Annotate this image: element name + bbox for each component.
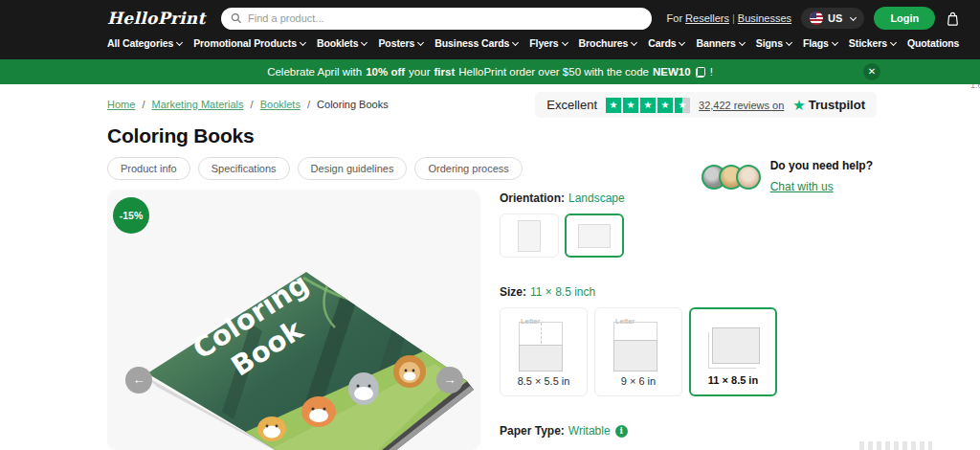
size-shape: [712, 327, 760, 364]
chevron-down-icon: [631, 38, 637, 45]
size-diagram: Letter: [516, 318, 571, 371]
tab-design-guidelines[interactable]: Design guidelines: [298, 157, 408, 180]
breadcrumb-booklets[interactable]: Booklets: [260, 99, 301, 110]
breadcrumb-separator: /: [142, 99, 145, 110]
nav-business-cards[interactable]: Business Cards: [434, 37, 518, 49]
breadcrumb-marketing-materials[interactable]: Marketing Materials: [152, 99, 244, 110]
nav-flyers[interactable]: Flyers: [529, 37, 567, 49]
promo-text-mid2: HelloPrint order over $50 with the code: [458, 66, 649, 78]
chevron-down-icon: [176, 38, 183, 45]
chevron-down-icon: [512, 38, 519, 45]
chevron-down-icon: [739, 38, 746, 45]
audience-links: For Resellers|Businesses: [667, 12, 792, 24]
star-icon: ★: [657, 98, 673, 113]
size-diagram: Letter: [611, 318, 666, 371]
avatar: [736, 165, 761, 190]
promo-first: first: [434, 66, 455, 78]
login-button[interactable]: Login: [874, 7, 935, 30]
landscape-shape: [578, 224, 611, 248]
top-bar: HelloPrint For Resellers|Businesses US L…: [0, 0, 980, 59]
promo-text-suffix: !: [710, 66, 713, 78]
cart-button[interactable]: [945, 11, 961, 27]
nav-stickers[interactable]: Stickers: [849, 37, 896, 49]
carousel-next-button[interactable]: →: [436, 367, 463, 394]
nav-signs[interactable]: Signs: [756, 37, 791, 49]
orientation-option-landscape[interactable]: [565, 214, 624, 258]
promo-banner: Celebrate April with 10% off your first …: [0, 59, 980, 84]
size-value: 11 × 8.5 inch: [530, 285, 595, 299]
trustpilot-brand: Trustpilot: [809, 98, 865, 112]
us-flag-icon: [810, 11, 823, 25]
trustpilot-logo: ★ Trustpilot: [792, 98, 865, 112]
nav-brochures[interactable]: Brochures: [579, 37, 637, 49]
nav-all-categories[interactable]: All Categories: [107, 37, 182, 49]
size-shape: [519, 345, 563, 371]
reviews-link[interactable]: 32,422 reviews on: [699, 100, 784, 111]
nav-banners[interactable]: Banners: [696, 37, 744, 49]
breadcrumb-separator: /: [307, 99, 310, 110]
helloprint-logo[interactable]: HelloPrint: [107, 9, 206, 28]
paper-type-row: Paper Type:Writable i: [500, 424, 787, 438]
chevron-down-icon: [300, 38, 306, 45]
size-option-11x8-5[interactable]: 11 × 8.5 in: [689, 307, 777, 396]
chevron-down-icon: [562, 38, 568, 45]
chevron-down-icon: [832, 38, 838, 45]
nav-posters[interactable]: Posters: [378, 37, 423, 49]
businesses-link[interactable]: Businesses: [738, 12, 791, 24]
size-label: Size:: [500, 285, 526, 299]
chevron-down-icon: [786, 38, 792, 45]
search-bar[interactable]: [221, 8, 652, 30]
header-right: For Resellers|Businesses US Login: [667, 7, 962, 30]
trustpilot-widget: Excellent ★ ★ ★ ★ ★ 32,422 reviews on ★ …: [535, 92, 877, 118]
portrait-shape: [518, 220, 541, 252]
tab-specifications[interactable]: Specifications: [198, 157, 290, 180]
support-avatars: [702, 165, 761, 190]
size-option-9x6[interactable]: Letter 9 × 6 in: [594, 307, 682, 396]
star-icon: ★: [606, 98, 621, 113]
close-banner-button[interactable]: ✕: [863, 63, 880, 80]
orientation-options: [500, 214, 787, 258]
nav-booklets[interactable]: Booklets: [317, 37, 368, 49]
trustpilot-star-icon: ★: [792, 98, 805, 112]
orientation-option-portrait[interactable]: [500, 214, 559, 258]
product-image-gallery: -15%: [107, 190, 480, 450]
help-question: Do you need help?: [770, 158, 873, 174]
promo-text-prefix: Celebrate April with: [267, 66, 362, 78]
nav-cards[interactable]: Cards: [648, 37, 684, 49]
carousel-prev-button[interactable]: ←: [125, 367, 152, 394]
nav-promotional-products[interactable]: Promotional Products: [193, 37, 305, 49]
nav-quotations[interactable]: Quotations: [907, 37, 959, 49]
breadcrumb-home[interactable]: Home: [107, 99, 135, 110]
country-selector[interactable]: US: [801, 8, 864, 29]
breadcrumb: Home / Marketing Materials / Booklets / …: [107, 99, 389, 110]
letter-reference-label: Letter: [521, 317, 540, 326]
half-star-icon: ★: [675, 98, 690, 113]
tab-ordering-process[interactable]: Ordering process: [414, 157, 522, 180]
nav-flags[interactable]: Flags: [803, 37, 837, 49]
chevron-down-icon: [679, 38, 685, 45]
discount-badge: -15%: [113, 197, 149, 234]
copy-icon[interactable]: [696, 67, 705, 78]
size-option-8-5x5-5[interactable]: Letter 8.5 × 5.5 in: [500, 307, 588, 396]
info-icon[interactable]: i: [615, 425, 628, 438]
fold-dash-line: [541, 323, 542, 344]
size-diagram: [705, 319, 761, 372]
header-row: HelloPrint For Resellers|Businesses US L…: [0, 0, 980, 32]
resellers-link[interactable]: Resellers: [685, 12, 729, 24]
product-tabs: Product info Specifications Design guide…: [107, 157, 523, 180]
orientation-row: Orientation:Landscape: [500, 191, 787, 205]
breadcrumb-current: Coloring Books: [317, 99, 389, 110]
country-code: US: [828, 12, 842, 24]
page-title: Coloring Books: [107, 124, 255, 147]
product-configurator: Orientation:Landscape Size:11 × 8.5 inch…: [500, 191, 787, 438]
search-input[interactable]: [248, 12, 642, 24]
shopping-bag-icon: [945, 11, 961, 27]
trustpilot-rating-label: Excellent: [546, 98, 597, 112]
star-icon: ★: [640, 98, 656, 113]
cutoff-chat-widget: [859, 441, 932, 450]
main-nav: All Categories Promotional Products Book…: [0, 32, 980, 59]
size-shape: [613, 340, 657, 371]
paper-type-value: Writable: [568, 424, 611, 438]
tab-product-info[interactable]: Product info: [107, 157, 190, 180]
breadcrumb-separator: /: [251, 99, 254, 110]
